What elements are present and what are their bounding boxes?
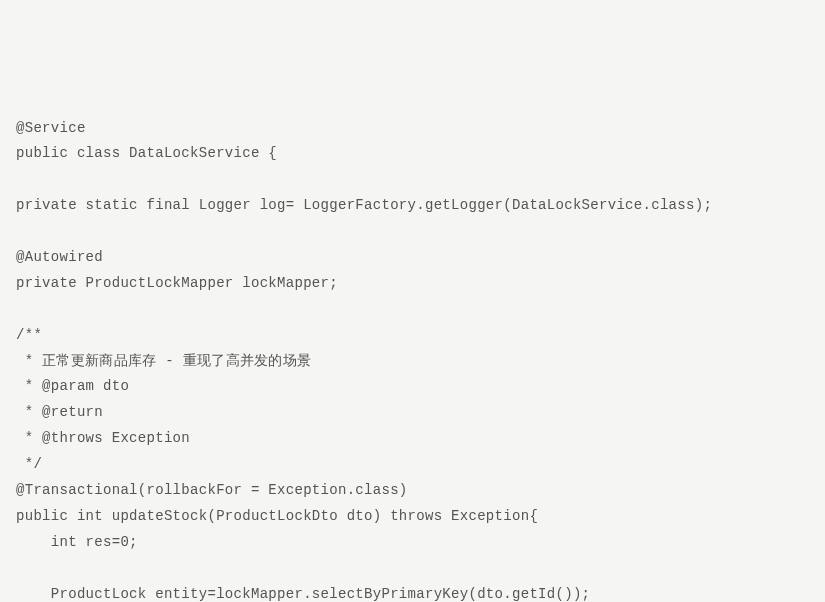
code-line: /** <box>16 327 42 343</box>
code-line: ProductLock entity=lockMapper.selectByPr… <box>16 586 590 602</box>
code-line: * 正常更新商品库存 - 重现了高并发的场景 <box>16 353 311 369</box>
code-line: @Transactional(rollbackFor = Exception.c… <box>16 482 408 498</box>
code-line: */ <box>16 456 42 472</box>
code-block: @Service public class DataLockService { … <box>16 116 809 602</box>
code-line: @Autowired <box>16 249 103 265</box>
code-line: * @param dto <box>16 378 129 394</box>
code-line: * @return <box>16 404 103 420</box>
code-line: private static final Logger log= LoggerF… <box>16 197 712 213</box>
code-line: int res=0; <box>16 534 138 550</box>
code-line: * @throws Exception <box>16 430 190 446</box>
code-line: public class DataLockService { <box>16 145 277 161</box>
code-line: @Service <box>16 120 86 136</box>
code-line: private ProductLockMapper lockMapper; <box>16 275 338 291</box>
code-line: public int updateStock(ProductLockDto dt… <box>16 508 538 524</box>
